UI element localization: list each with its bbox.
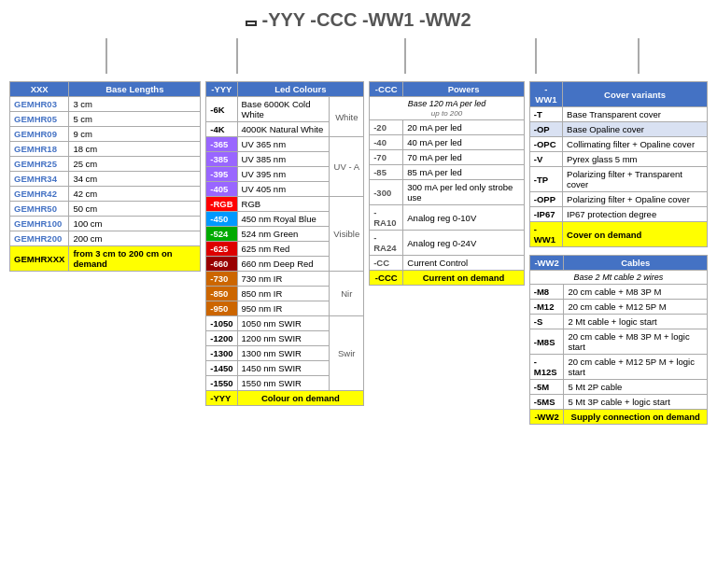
ccc-row-code: -CCC <box>370 271 403 286</box>
yyy-row-code: -1200 <box>206 331 237 346</box>
ww1-row-code: -OPC <box>529 137 562 152</box>
ww2-row-desc: 20 cm cable + M8 3P M <box>564 285 708 300</box>
ww2-base-label: Base 2 Mt cable 2 wires <box>529 271 707 285</box>
xxx-row-code: GEMHR100 <box>10 217 69 231</box>
ww1-row-desc: IP67 protection degree <box>563 207 708 222</box>
yyy-row-desc: 625 nm Red <box>237 242 330 257</box>
xxx-row-length: 3 cm <box>69 97 201 112</box>
connector-svg <box>22 38 695 76</box>
xxx-row-code: GEMHR05 <box>10 112 69 127</box>
yyy-header-led: Led Colours <box>237 82 364 97</box>
ww1-row-code: -OP <box>529 122 562 137</box>
ww2-row-desc: 5 Mt 3P cable + logic start <box>564 395 708 410</box>
yyy-row-desc: UV 405 nm <box>237 182 330 197</box>
ww2-row-desc: Supply connection on demand <box>564 410 708 425</box>
ccc-row-code: -70 <box>370 150 403 165</box>
ww2-row-desc: 20 cm cable + M12 5P M + logic start <box>564 355 708 380</box>
yyy-row-desc: RGB <box>237 197 330 212</box>
ww2-row-desc: 20 cm cable + M12 5P M <box>564 300 708 315</box>
ww1-row-desc: Collimating filter + Opaline cover <box>563 137 708 152</box>
ccc-row-code: -300 <box>370 180 403 205</box>
ww1-row-desc: Pyrex glass 5 mm <box>563 152 708 167</box>
ww1-row-code: -OPP <box>529 192 562 207</box>
main-tables: XXX Base Lengths GEMHR033 cmGEMHR055 cmG… <box>9 81 708 425</box>
yyy-row-code: -730 <box>206 272 237 287</box>
ccc-table: -CCC Powers Base 120 mA per ledup to 200… <box>369 81 525 286</box>
xxx-row-length: 42 cm <box>69 187 201 202</box>
ww2-header-code: -WW2 <box>529 256 564 271</box>
yyy-row-desc: 1550 nm SWIR <box>237 376 330 391</box>
yyy-row-group: Swir <box>330 316 364 391</box>
ccc-row-desc: Current Control <box>403 256 525 271</box>
ccc-row-desc: 20 mA per led <box>403 120 525 135</box>
ww1-header-cover: Cover variants <box>563 82 708 107</box>
yyy-row-desc: 450 nm Royal Blue <box>237 212 330 227</box>
ww2-header-cables: Cables <box>564 256 708 271</box>
xxx-row-length: 25 cm <box>69 157 201 172</box>
ccc-row-code: -20 <box>370 120 403 135</box>
xxx-row-length: 34 cm <box>69 172 201 187</box>
yyy-row-group: White <box>330 97 364 137</box>
ww2-row-desc: 2 Mt cable + logic start <box>564 315 708 329</box>
ccc-row-code: -85 <box>370 165 403 180</box>
ccc-header-powers: Powers <box>403 82 525 97</box>
ww2-row-code: -5MS <box>529 395 564 410</box>
yyy-header-code: -YYY <box>206 82 237 97</box>
yyy-row-code: -660 <box>206 257 237 272</box>
ww1-row-code: -V <box>529 152 562 167</box>
ww2-row-desc: 5 Mt 2P cable <box>564 380 708 395</box>
yyy-row-code: -6K <box>206 97 237 122</box>
xxx-row-length: 9 cm <box>69 127 201 142</box>
ccc-row-code: -CC <box>370 256 403 271</box>
ww1-section: -WW1 Cover variants -TBase Transparent c… <box>529 81 708 425</box>
xxx-section: XXX Base Lengths GEMHR033 cmGEMHR055 cmG… <box>9 81 201 272</box>
xxx-row-code: GEMHR50 <box>10 202 69 217</box>
yyy-row-code: -950 <box>206 301 237 316</box>
ccc-row-code: -RA24 <box>370 231 403 256</box>
ww1-row-desc: Base Opaline cover <box>563 122 708 137</box>
ccc-row-code: -40 <box>370 135 403 150</box>
yyy-row-code: -625 <box>206 242 237 257</box>
yyy-row-code: -1450 <box>206 361 237 376</box>
connector-diagram <box>9 38 708 76</box>
ccc-row-desc: 40 mA per led <box>403 135 525 150</box>
yyy-row-desc: 4000K Natural White <box>237 122 330 137</box>
ccc-header-code: -CCC <box>370 82 403 97</box>
ww1-table: -WW1 Cover variants -TBase Transparent c… <box>529 81 708 247</box>
code-box <box>246 21 257 26</box>
yyy-section: -YYY Led Colours -6KBase 6000K Cold Whit… <box>205 81 364 406</box>
xxx-row-code: GEMHR09 <box>10 127 69 142</box>
yyy-row-code: -365 <box>206 137 237 152</box>
ww2-row-code: -M12S <box>529 355 564 380</box>
xxx-header-lengths: Base Lengths <box>69 82 201 97</box>
yyy-row-code: -1300 <box>206 346 237 361</box>
xxx-row-code: GEMHR25 <box>10 157 69 172</box>
xxx-row-length: from 3 cm to 200 cm on demand <box>69 246 201 272</box>
xxx-row-length: 50 cm <box>69 202 201 217</box>
yyy-row-code: -395 <box>206 167 237 182</box>
ww2-row-desc: 20 cm cable + M8 3P M + logic start <box>564 329 708 355</box>
ww1-header-code: -WW1 <box>529 82 562 107</box>
xxx-row-code: GEMHR34 <box>10 172 69 187</box>
yyy-row-code: -385 <box>206 152 237 167</box>
yyy-row-code: -1050 <box>206 316 237 331</box>
ccc-base-label: Base 120 mA per ledup to 200 <box>370 97 525 120</box>
ww1-row-desc: Polarizing filter + Transparent cover <box>563 167 708 192</box>
ccc-row-desc: Current on demand <box>403 271 525 286</box>
xxx-row-length: 100 cm <box>69 217 201 231</box>
yyy-row-desc: UV 385 nm <box>237 152 330 167</box>
yyy-row-desc: Colour on demand <box>237 391 364 406</box>
yyy-row-desc: 730 nm IR <box>237 272 330 287</box>
yyy-row-desc: 1450 nm SWIR <box>237 361 330 376</box>
ww2-row-code: -M8 <box>529 285 564 300</box>
xxx-row-length: 5 cm <box>69 112 201 127</box>
xxx-row-code: GEMHR42 <box>10 187 69 202</box>
yyy-row-code: -1550 <box>206 376 237 391</box>
xxx-row-length: 200 cm <box>69 231 201 246</box>
ww1-row-code: -TP <box>529 167 562 192</box>
ccc-row-desc: 85 mA per led <box>403 165 525 180</box>
ww2-row-code: -WW2 <box>529 410 564 425</box>
ccc-row-code: -RA10 <box>370 205 403 231</box>
yyy-row-code: -450 <box>206 212 237 227</box>
yyy-row-code: -524 <box>206 227 237 242</box>
